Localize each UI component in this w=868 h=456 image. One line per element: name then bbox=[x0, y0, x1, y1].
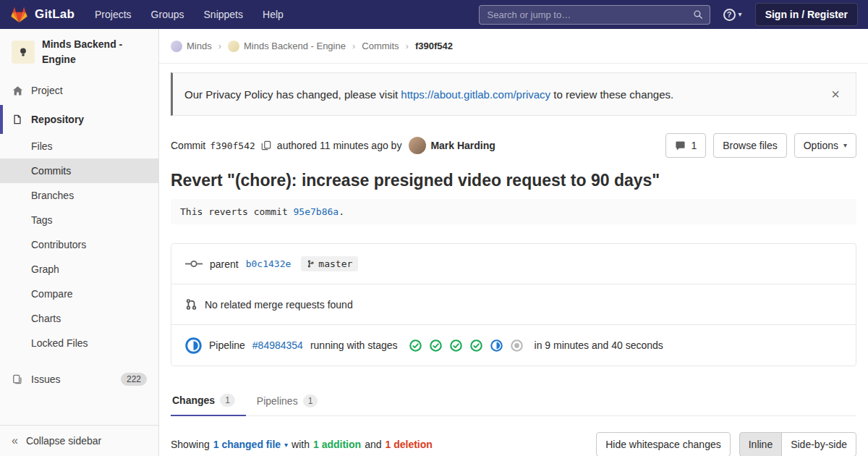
nav-item-snippets[interactable]: Snippets bbox=[204, 9, 243, 20]
breadcrumb-project-link[interactable]: Minds Backend - Engine bbox=[228, 41, 346, 52]
help-icon: ? bbox=[723, 9, 736, 21]
sidebar-item-tags[interactable]: Tags bbox=[0, 208, 158, 232]
sidebar-item-charts[interactable]: Charts bbox=[0, 306, 158, 331]
reverted-commit-link[interactable]: 95e7b86a bbox=[294, 206, 339, 217]
sidebar-item-graph[interactable]: Graph bbox=[0, 257, 158, 282]
commit-description-text: This reverts commit bbox=[180, 206, 294, 217]
nav-item-projects[interactable]: Projects bbox=[95, 9, 132, 20]
browse-files-button[interactable]: Browse files bbox=[713, 133, 786, 158]
issues-count-badge: 222 bbox=[121, 373, 147, 386]
sidebar-item-branches[interactable]: Branches bbox=[0, 183, 158, 208]
nav-item-groups[interactable]: Groups bbox=[151, 9, 184, 20]
parent-sha-link[interactable]: b0c1432e bbox=[246, 258, 292, 269]
stage-status-icon-success[interactable] bbox=[409, 339, 422, 352]
stage-status-icon-success[interactable] bbox=[470, 339, 482, 352]
breadcrumb-separator-icon: › bbox=[218, 41, 221, 51]
search-icon[interactable] bbox=[693, 9, 703, 20]
pipeline-mini-graph bbox=[409, 339, 523, 352]
options-dropdown-button[interactable]: Options ▾ bbox=[794, 133, 856, 158]
banner-text-after: to review these changes. bbox=[550, 88, 673, 101]
close-icon[interactable]: × bbox=[827, 87, 844, 101]
sidebar-item-repository[interactable]: Repository bbox=[0, 105, 158, 134]
commit-label: Commit bbox=[171, 140, 205, 151]
branch-ref-chip[interactable]: master bbox=[301, 256, 358, 271]
sidebar-item-label: Repository bbox=[31, 114, 84, 125]
chevron-down-icon: ▾ bbox=[739, 11, 742, 18]
tab-changes[interactable]: Changes 1 bbox=[171, 385, 246, 416]
sidebar-item-compare[interactable]: Compare bbox=[0, 282, 158, 306]
document-icon bbox=[12, 114, 23, 124]
project-logo-icon bbox=[17, 46, 29, 58]
gitlab-tanuki-icon bbox=[10, 6, 28, 23]
sidebar-item-label: Project bbox=[31, 85, 63, 96]
commit-sha: f390f542 bbox=[210, 140, 255, 151]
stage-status-icon-running[interactable] bbox=[490, 339, 503, 352]
commit-meta-row: Commit f390f542 authored 11 minutes ago … bbox=[171, 133, 856, 158]
commit-title: Revert "(chore): increase presigned vide… bbox=[171, 171, 856, 190]
collapse-sidebar-button[interactable]: « Collapse sidebar bbox=[0, 425, 158, 456]
side-by-side-view-button[interactable]: Side-by-side bbox=[781, 432, 856, 456]
changed-files-dropdown[interactable]: 1 changed file ▾ bbox=[213, 439, 288, 450]
copy-sha-button[interactable] bbox=[260, 139, 273, 152]
deletions-count: 1 deletion bbox=[385, 439, 432, 450]
sidebar-item-project[interactable]: Project bbox=[0, 76, 158, 105]
pipeline-status-text: running with stages bbox=[310, 339, 398, 351]
comment-icon bbox=[675, 140, 686, 151]
gitlab-home-link[interactable]: GitLab bbox=[10, 6, 75, 23]
sidebar-item-files[interactable]: Files bbox=[0, 134, 158, 159]
merge-request-text: No related merge requests found bbox=[205, 299, 353, 311]
banner-text: Our Privacy Policy has changed, please v… bbox=[184, 88, 673, 101]
comments-count-button[interactable]: 1 bbox=[665, 133, 706, 158]
chevron-down-icon: ▾ bbox=[284, 441, 288, 449]
chevron-down-icon: ▾ bbox=[843, 139, 847, 152]
author-name[interactable]: Mark Harding bbox=[430, 140, 495, 151]
tab-pipelines[interactable]: Pipelines 1 bbox=[246, 385, 329, 415]
diff-view-toggle: Inline Side-by-side bbox=[739, 432, 856, 456]
hide-whitespace-button[interactable]: Hide whitespace changes bbox=[596, 432, 731, 456]
showing-label: Showing bbox=[171, 439, 210, 450]
brand-name: GitLab bbox=[35, 7, 75, 22]
main-content: Minds › Minds Backend - Engine › Commits… bbox=[159, 29, 868, 456]
breadcrumb-commits-link[interactable]: Commits bbox=[362, 41, 399, 51]
sidebar-item-commits[interactable]: Commits bbox=[0, 159, 158, 183]
inline-view-button[interactable]: Inline bbox=[739, 432, 782, 456]
breadcrumb-group-link[interactable]: Minds bbox=[171, 41, 212, 52]
commit-description-period: . bbox=[339, 206, 344, 217]
stage-status-icon-success[interactable] bbox=[430, 339, 442, 352]
pipeline-duration: in 9 minutes and 40 seconds bbox=[535, 339, 663, 351]
sidebar-item-label: Issues bbox=[31, 373, 60, 385]
search-bar[interactable] bbox=[479, 5, 710, 25]
stage-status-icon-created[interactable] bbox=[511, 339, 523, 352]
sidebar-nav: Project Repository Files Commits Branche… bbox=[0, 76, 158, 394]
banner-text-before: Our Privacy Policy has changed, please v… bbox=[184, 88, 401, 101]
repository-submenu: Files Commits Branches Tags Contributors… bbox=[0, 134, 158, 355]
project-context-header[interactable]: Minds Backend - Engine bbox=[0, 29, 158, 73]
breadcrumb-project-label: Minds Backend - Engine bbox=[244, 41, 346, 51]
sidebar-item-locked-files[interactable]: Locked Files bbox=[0, 331, 158, 355]
pipeline-status-icon-running[interactable] bbox=[185, 337, 202, 354]
diff-toolbar: Showing 1 changed file ▾ with 1 addition… bbox=[171, 432, 856, 456]
breadcrumb-group-label: Minds bbox=[187, 41, 212, 51]
author-avatar[interactable] bbox=[409, 137, 426, 154]
stage-status-icon-success[interactable] bbox=[450, 339, 462, 352]
sign-in-button[interactable]: Sign in / Register bbox=[755, 3, 858, 26]
help-dropdown[interactable]: ? ▾ bbox=[723, 9, 742, 21]
authored-text: authored 11 minutes ago by bbox=[277, 140, 402, 151]
breadcrumb-commit-sha: f390f542 bbox=[415, 41, 453, 51]
pipeline-label: Pipeline bbox=[209, 339, 245, 351]
collapse-icon: « bbox=[12, 435, 18, 447]
sidebar-item-contributors[interactable]: Contributors bbox=[0, 232, 158, 257]
comments-count: 1 bbox=[691, 139, 697, 152]
sidebar-project-title: Minds Backend - Engine bbox=[42, 37, 147, 67]
nav-item-help[interactable]: Help bbox=[263, 9, 284, 20]
and-label: and bbox=[365, 439, 381, 450]
commit-description: This reverts commit 95e7b86a. bbox=[171, 199, 856, 224]
sidebar-item-issues[interactable]: Issues 222 bbox=[0, 364, 158, 394]
search-input[interactable] bbox=[486, 9, 693, 21]
top-navbar: GitLab Projects Groups Snippets Help ? ▾… bbox=[0, 0, 868, 29]
privacy-policy-link[interactable]: https://about.gitlab.com/privacy bbox=[401, 88, 550, 101]
tab-pipelines-count-badge: 1 bbox=[303, 394, 318, 408]
pipeline-row: Pipeline #84984354 running with stages i… bbox=[171, 325, 856, 366]
pipeline-id-link[interactable]: #84984354 bbox=[252, 339, 303, 351]
navbar-menu: Projects Groups Snippets Help bbox=[95, 9, 284, 20]
